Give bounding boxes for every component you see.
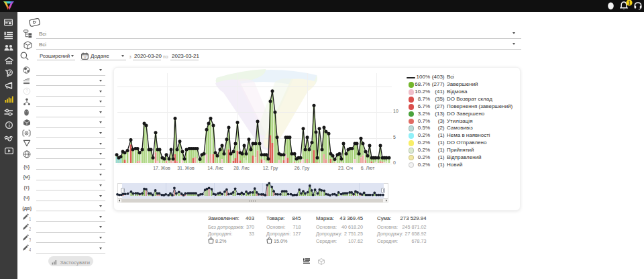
svg-text:1: 1: [29, 217, 31, 221]
svg-text:17: 17: [83, 55, 87, 58]
svg-text:2: 2: [29, 227, 31, 231]
svg-text:3: 3: [29, 237, 31, 242]
svg-text:4: 4: [29, 247, 31, 252]
svg-text:?: ?: [25, 89, 28, 94]
